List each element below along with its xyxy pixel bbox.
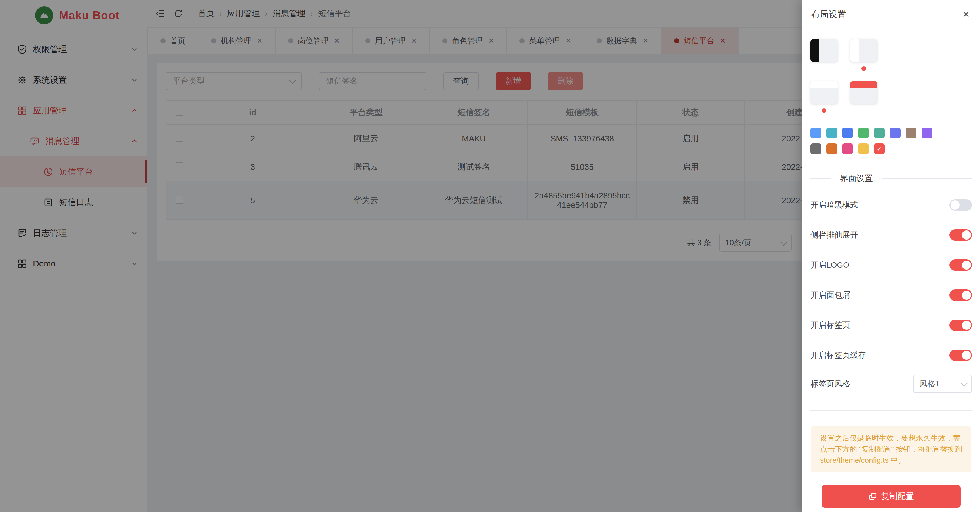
section-title: 界面设置 xyxy=(831,173,882,184)
chevron-down-icon xyxy=(961,379,967,386)
setting-label: 标签页风格 xyxy=(810,378,850,389)
theme-color-swatch[interactable] xyxy=(810,143,821,154)
interface-settings: 开启暗黑模式 侧栏排他展开 开启LOGO 开启面包屑 开启标签页 开启标签页缓存 xyxy=(810,190,972,398)
theme-color-swatch[interactable] xyxy=(874,127,885,138)
theme-color-swatch[interactable] xyxy=(906,127,916,138)
layout-option-dark-sidebar[interactable] xyxy=(810,39,838,73)
tabs-toggle[interactable] xyxy=(950,320,972,331)
drawer-header: 布局设置 ✕ xyxy=(802,0,980,30)
setting-label: 开启标签页缓存 xyxy=(810,350,866,361)
sidebar-accordion-toggle[interactable] xyxy=(950,229,972,241)
layout-thumbnail-dark-sidebar[interactable] xyxy=(810,39,838,62)
setting-tabs: 开启标签页 xyxy=(810,310,972,340)
tab-style-value: 风格1 xyxy=(919,378,940,389)
setting-label: 开启LOGO xyxy=(810,260,849,270)
tabs-cache-toggle[interactable] xyxy=(950,350,972,361)
tab-style-select[interactable]: 风格1 xyxy=(913,375,972,393)
theme-color-swatch[interactable] xyxy=(890,127,900,138)
theme-color-swatch[interactable] xyxy=(921,127,932,138)
theme-color-palette: ✓ xyxy=(810,127,942,154)
dark-mode-toggle[interactable] xyxy=(950,199,972,211)
drawer-body: ✓ 界面设置 开启暗黑模式 侧栏排他展开 开启LOGO 开启面包屑 xyxy=(802,30,980,512)
setting-tabs-cache: 开启标签页缓存 xyxy=(810,340,972,370)
theme-color-swatch-selected[interactable]: ✓ xyxy=(874,143,885,154)
layout-thumbnail-light-sidebar[interactable] xyxy=(850,39,877,62)
theme-color-swatch[interactable] xyxy=(842,143,853,154)
selected-indicator-dot xyxy=(822,108,826,113)
layout-thumbnail-light-header[interactable] xyxy=(810,81,838,104)
settings-note: 设置之后仅是临时生效，要想永久生效，需点击下方的 "复制配置" 按钮，将配置替换… xyxy=(811,426,972,472)
breadcrumb-toggle[interactable] xyxy=(950,289,972,301)
interface-settings-divider: 界面设置 xyxy=(810,173,972,184)
layout-option-light-sidebar[interactable] xyxy=(850,39,877,73)
copy-config-label: 复制配置 xyxy=(881,491,914,502)
selected-indicator-dot xyxy=(861,66,866,71)
setting-logo: 开启LOGO xyxy=(810,250,972,280)
theme-color-swatch[interactable] xyxy=(858,143,869,154)
layout-option-light-header[interactable] xyxy=(810,81,838,115)
setting-label: 开启暗黑模式 xyxy=(810,200,858,210)
setting-label: 开启面包屑 xyxy=(810,290,850,301)
setting-breadcrumb: 开启面包屑 xyxy=(810,280,972,310)
layout-thumbnail-colored-header[interactable] xyxy=(850,81,877,104)
close-icon[interactable]: ✕ xyxy=(962,9,970,20)
setting-dark-mode: 开启暗黑模式 xyxy=(810,190,972,220)
setting-tab-style: 标签页风格 风格1 xyxy=(810,370,972,398)
layout-option-colored-header[interactable] xyxy=(850,81,877,115)
theme-color-swatch[interactable] xyxy=(858,127,869,138)
logo-toggle[interactable] xyxy=(950,259,972,271)
copy-icon xyxy=(869,492,877,501)
modal-overlay[interactable] xyxy=(0,0,802,512)
layout-settings-drawer: 布局设置 ✕ ✓ 界面设置 xyxy=(802,0,980,512)
divider xyxy=(810,410,972,410)
setting-label: 开启标签页 xyxy=(810,320,850,331)
theme-color-swatch[interactable] xyxy=(810,127,821,138)
layout-thumbnails xyxy=(810,39,972,115)
drawer-title: 布局设置 xyxy=(811,8,846,21)
copy-config-button[interactable]: 复制配置 xyxy=(822,485,961,508)
setting-sidebar-accordion: 侧栏排他展开 xyxy=(810,220,972,250)
setting-label: 侧栏排他展开 xyxy=(810,230,858,240)
theme-color-swatch[interactable] xyxy=(826,143,837,154)
theme-color-swatch[interactable] xyxy=(842,127,853,138)
theme-color-swatch[interactable] xyxy=(826,127,837,138)
